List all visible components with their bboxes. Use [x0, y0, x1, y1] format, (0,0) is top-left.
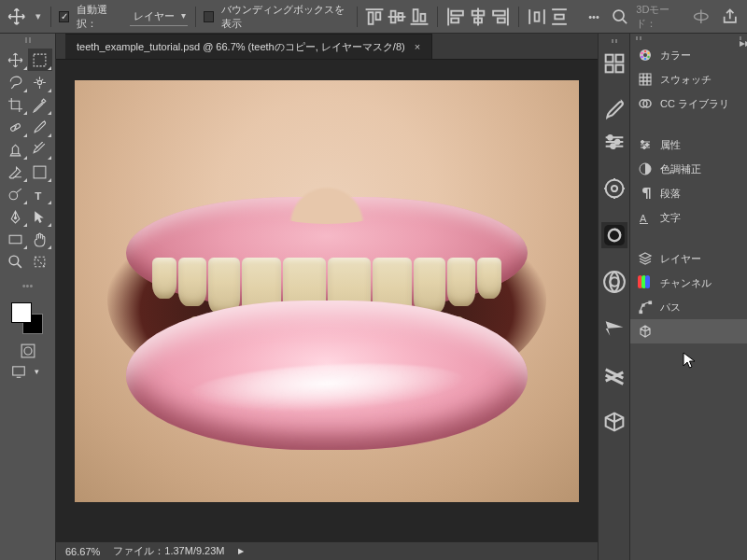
eyedropper-tool[interactable]	[28, 93, 52, 116]
align-left-icon[interactable]	[445, 7, 466, 27]
svg-rect-70	[647, 74, 651, 77]
marquee-tool[interactable]	[28, 49, 52, 71]
camera-raw-panel-icon[interactable]	[601, 222, 627, 248]
color-swatches[interactable]	[9, 301, 47, 338]
svg-point-55	[604, 272, 625, 292]
svg-text:T: T	[35, 189, 41, 201]
close-tab-icon[interactable]: ×	[415, 41, 420, 52]
navigator-panel-icon[interactable]	[601, 315, 627, 342]
svg-rect-86	[649, 301, 652, 304]
right-panels: ▸▸ カラー スウォッチ CC ライブラリ 属性 色調補正 段落 A文字 レイヤ…	[598, 34, 747, 560]
svg-line-39	[35, 257, 45, 267]
quick-select-tool[interactable]	[28, 71, 52, 93]
brush-settings-panel-icon[interactable]	[601, 129, 627, 155]
zoom-tool[interactable]	[4, 250, 28, 273]
history-brush-tool[interactable]	[28, 138, 52, 161]
3d-orbit-icon[interactable]	[692, 7, 711, 27]
distribute-group	[527, 7, 570, 27]
rectangle-tool[interactable]	[4, 228, 28, 250]
show-transform-label: バウンディングボックスを表示	[221, 3, 349, 31]
canvas[interactable]	[75, 80, 579, 502]
options-bar: ▾ 自動選択： レイヤー バウンディングボックスを表示 ••• 3Dモード：	[0, 0, 747, 34]
align-bottom-icon[interactable]	[409, 7, 430, 27]
panel-paragraph[interactable]: 段落	[630, 181, 747, 205]
edit-toolbar[interactable]	[28, 250, 52, 273]
panel-character[interactable]: A文字	[630, 205, 747, 230]
panel-3d[interactable]	[630, 319, 747, 343]
panel-channels[interactable]: チャンネル	[630, 271, 747, 295]
share-icon[interactable]	[721, 7, 740, 27]
svg-point-65	[644, 58, 646, 60]
svg-rect-27	[34, 54, 46, 66]
panel-layers[interactable]: レイヤー	[630, 246, 747, 271]
screenmode-icon[interactable]	[11, 364, 26, 379]
toolbox: T ••• ▾	[0, 34, 56, 560]
svg-rect-75	[643, 81, 647, 85]
svg-point-36	[9, 256, 19, 265]
svg-rect-35	[9, 235, 21, 244]
clone-stamp-tool[interactable]	[4, 138, 28, 161]
svg-rect-69	[643, 74, 647, 77]
panel-paths[interactable]: パス	[630, 295, 747, 319]
svg-text:A: A	[640, 213, 647, 224]
align-vcenter-icon[interactable]	[387, 7, 407, 27]
gradient-tool[interactable]	[28, 161, 52, 183]
healing-brush-tool[interactable]	[4, 116, 28, 138]
foreground-color-swatch[interactable]	[11, 302, 32, 323]
auto-select-checkbox[interactable]	[59, 11, 69, 22]
auto-select-target[interactable]: レイヤー	[130, 7, 188, 26]
dodge-tool[interactable]	[4, 183, 28, 205]
screenmode-chevron-icon[interactable]: ▾	[30, 364, 45, 379]
brush-tool[interactable]	[28, 116, 52, 138]
svg-point-24	[613, 10, 624, 21]
3d-panel-icon[interactable]	[601, 409, 627, 435]
patterns-panel-icon[interactable]	[601, 362, 627, 388]
align-top-icon[interactable]	[364, 7, 385, 27]
align-right-icon[interactable]	[490, 7, 511, 27]
align-hcenter-icon[interactable]	[468, 7, 488, 27]
crop-tool[interactable]	[4, 93, 28, 116]
hand-tool[interactable]	[28, 228, 52, 250]
show-transform-checkbox[interactable]	[204, 11, 214, 22]
svg-rect-20	[535, 12, 540, 21]
search-icon[interactable]	[611, 7, 629, 27]
toolbar-more-icon[interactable]: •••	[17, 280, 39, 291]
panel-cclibraries[interactable]: CC ライブラリ	[630, 91, 747, 116]
info-panel-icon[interactable]	[601, 269, 627, 295]
path-select-tool[interactable]	[28, 205, 52, 228]
svg-point-61	[643, 53, 647, 57]
svg-point-64	[647, 56, 649, 58]
document-tab[interactable]: teeth_example_tutorial.psd @ 66.7% (teet…	[65, 34, 432, 59]
more-options-icon[interactable]: •••	[585, 7, 603, 27]
clone-source-panel-icon[interactable]	[601, 175, 627, 202]
svg-line-25	[623, 20, 627, 23]
panel-properties[interactable]: 属性	[630, 133, 747, 157]
svg-point-49	[614, 140, 619, 145]
tool-preset-dropdown-icon[interactable]: ▾	[34, 7, 44, 27]
3d-mode-label: 3Dモード：	[636, 3, 684, 31]
eraser-tool[interactable]	[4, 161, 28, 183]
panel-color[interactable]: カラー	[630, 43, 747, 67]
svg-rect-7	[414, 9, 418, 21]
svg-rect-68	[640, 74, 643, 77]
document-area: teeth_example_tutorial.psd @ 66.7% (teet…	[56, 34, 598, 560]
pen-tool[interactable]	[4, 205, 28, 228]
history-panel-icon[interactable]	[601, 50, 627, 77]
status-zoom[interactable]: 66.67%	[65, 546, 100, 557]
lasso-tool[interactable]	[4, 71, 28, 93]
svg-rect-74	[640, 81, 643, 85]
status-file[interactable]: ファイル：1.37M/9.23M	[113, 544, 224, 558]
panel-swatches[interactable]: スウォッチ	[630, 67, 747, 91]
svg-point-51	[605, 180, 623, 198]
svg-rect-11	[452, 18, 459, 22]
move-tool[interactable]	[4, 49, 28, 71]
quickmask-icon[interactable]	[21, 343, 35, 358]
distribute-v-icon[interactable]	[549, 7, 570, 27]
brush-panel-icon[interactable]	[601, 97, 627, 123]
svg-point-28	[37, 80, 41, 84]
move-tool-icon[interactable]	[7, 7, 26, 27]
distribute-h-icon[interactable]	[527, 7, 547, 27]
status-chevron-icon[interactable]: ▶	[238, 547, 244, 555]
panel-adjustments[interactable]: 色調補正	[630, 157, 747, 181]
type-tool[interactable]: T	[28, 183, 52, 205]
